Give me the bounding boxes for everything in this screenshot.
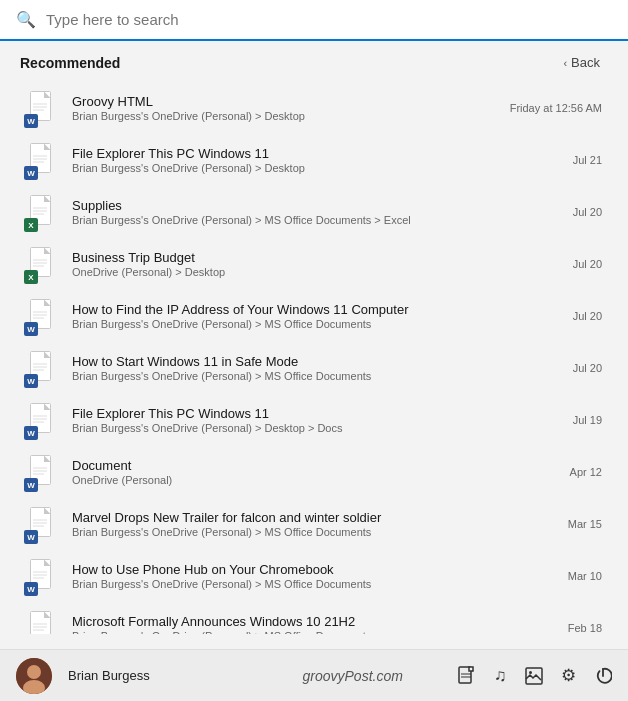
section-title: Recommended <box>20 55 120 71</box>
file-path: OneDrive (Personal) > Desktop <box>72 266 563 278</box>
file-badge: W <box>24 478 38 492</box>
file-badge: W <box>24 582 38 596</box>
file-badge: W <box>24 374 38 388</box>
back-button[interactable]: ‹ Back <box>555 53 608 72</box>
file-info: File Explorer This PC Windows 11 Brian B… <box>72 406 563 434</box>
file-name: How to Find the IP Address of Your Windo… <box>72 302 563 317</box>
list-item[interactable]: X Supplies Brian Burgess's OneDrive (Per… <box>20 186 608 238</box>
file-path: Brian Burgess's OneDrive (Personal) > MS… <box>72 318 563 330</box>
file-type-icon: W <box>26 90 62 126</box>
taskbar-icons: ♫ ⚙ <box>458 665 612 686</box>
file-name: How to Start Windows 11 in Safe Mode <box>72 354 563 369</box>
file-info: How to Use Phone Hub on Your Chromebook … <box>72 562 558 590</box>
file-name: Supplies <box>72 198 563 213</box>
file-date: Jul 19 <box>573 414 602 426</box>
avatar[interactable] <box>16 658 52 694</box>
file-badge: X <box>24 270 38 284</box>
file-path: Brian Burgess's OneDrive (Personal) > De… <box>72 162 563 174</box>
file-info: Microsoft Formally Announces Windows 10 … <box>72 614 558 634</box>
file-date: Jul 20 <box>573 206 602 218</box>
file-info: How to Start Windows 11 in Safe Mode Bri… <box>72 354 563 382</box>
file-name: Groovy HTML <box>72 94 500 109</box>
list-item[interactable]: W Groovy HTML Brian Burgess's OneDrive (… <box>20 82 608 134</box>
file-info: Groovy HTML Brian Burgess's OneDrive (Pe… <box>72 94 500 122</box>
svg-point-52 <box>529 671 532 674</box>
file-badge: X <box>24 218 38 232</box>
file-date: Mar 15 <box>568 518 602 530</box>
file-badge: W <box>24 166 38 180</box>
file-type-icon: W <box>26 402 62 438</box>
file-date: Jul 20 <box>573 362 602 374</box>
music-icon[interactable]: ♫ <box>494 666 507 686</box>
svg-point-45 <box>27 665 41 679</box>
file-type-icon: W <box>26 558 62 594</box>
file-date: Apr 12 <box>570 466 602 478</box>
section-header: Recommended ‹ Back <box>20 53 608 72</box>
list-item[interactable]: W How to Use Phone Hub on Your Chromeboo… <box>20 550 608 602</box>
file-name: Document <box>72 458 560 473</box>
file-type-icon: W <box>26 506 62 542</box>
file-path: OneDrive (Personal) <box>72 474 560 486</box>
file-type-icon: X <box>26 246 62 282</box>
list-item[interactable]: W File Explorer This PC Windows 11 Brian… <box>20 394 608 446</box>
file-info: Marvel Drops New Trailer for falcon and … <box>72 510 558 538</box>
list-item[interactable]: W Microsoft Formally Announces Windows 1… <box>20 602 608 634</box>
file-date: Jul 20 <box>573 310 602 322</box>
file-date: Mar 10 <box>568 570 602 582</box>
file-name: File Explorer This PC Windows 11 <box>72 146 563 161</box>
list-item[interactable]: W Document OneDrive (Personal) Apr 12 <box>20 446 608 498</box>
search-icon: 🔍 <box>16 10 36 29</box>
list-item[interactable]: X Business Trip Budget OneDrive (Persona… <box>20 238 608 290</box>
file-date: Jul 20 <box>573 258 602 270</box>
power-icon[interactable] <box>594 667 612 685</box>
file-name: Marvel Drops New Trailer for falcon and … <box>72 510 558 525</box>
taskbar-user-name: Brian Burgess <box>68 668 247 683</box>
file-icon[interactable] <box>458 666 476 686</box>
file-list: W Groovy HTML Brian Burgess's OneDrive (… <box>20 82 608 634</box>
file-date: Friday at 12:56 AM <box>510 102 602 114</box>
list-item[interactable]: W How to Find the IP Address of Your Win… <box>20 290 608 342</box>
file-path: Brian Burgess's OneDrive (Personal) > De… <box>72 110 500 122</box>
file-path: Brian Burgess's OneDrive (Personal) > MS… <box>72 370 563 382</box>
file-type-icon: X <box>26 194 62 230</box>
image-icon[interactable] <box>525 667 543 685</box>
file-name: Microsoft Formally Announces Windows 10 … <box>72 614 558 629</box>
taskbar: Brian Burgess groovyPost.com ♫ ⚙ <box>0 649 628 701</box>
file-type-icon: W <box>26 350 62 386</box>
file-path: Brian Burgess's OneDrive (Personal) > MS… <box>72 630 558 634</box>
back-chevron-icon: ‹ <box>563 57 567 69</box>
file-info: How to Find the IP Address of Your Windo… <box>72 302 563 330</box>
file-path: Brian Burgess's OneDrive (Personal) > MS… <box>72 578 558 590</box>
file-info: Document OneDrive (Personal) <box>72 458 560 486</box>
list-item[interactable]: W Marvel Drops New Trailer for falcon an… <box>20 498 608 550</box>
file-info: Supplies Brian Burgess's OneDrive (Perso… <box>72 198 563 226</box>
file-type-icon: W <box>26 298 62 334</box>
settings-icon[interactable]: ⚙ <box>561 665 576 686</box>
file-name: How to Use Phone Hub on Your Chromebook <box>72 562 558 577</box>
svg-rect-48 <box>469 667 473 671</box>
back-label: Back <box>571 55 600 70</box>
file-path: Brian Burgess's OneDrive (Personal) > MS… <box>72 526 558 538</box>
file-badge: W <box>24 322 38 336</box>
file-info: Business Trip Budget OneDrive (Personal)… <box>72 250 563 278</box>
list-item[interactable]: W How to Start Windows 11 in Safe Mode B… <box>20 342 608 394</box>
svg-rect-40 <box>31 612 51 635</box>
file-badge: W <box>24 114 38 128</box>
file-name: File Explorer This PC Windows 11 <box>72 406 563 421</box>
file-type-icon: W <box>26 142 62 178</box>
file-badge: W <box>24 426 38 440</box>
list-item[interactable]: W File Explorer This PC Windows 11 Brian… <box>20 134 608 186</box>
search-bar: 🔍 <box>16 10 612 29</box>
file-type-icon: W <box>26 454 62 490</box>
file-name: Business Trip Budget <box>72 250 563 265</box>
file-path: Brian Burgess's OneDrive (Personal) > MS… <box>72 214 563 226</box>
file-type-icon: W <box>26 610 62 634</box>
taskbar-site-name: groovyPost.com <box>263 668 442 684</box>
search-input[interactable] <box>46 11 612 28</box>
search-bar-container: 🔍 <box>0 0 628 41</box>
file-path: Brian Burgess's OneDrive (Personal) > De… <box>72 422 563 434</box>
file-info: File Explorer This PC Windows 11 Brian B… <box>72 146 563 174</box>
file-date: Feb 18 <box>568 622 602 634</box>
file-date: Jul 21 <box>573 154 602 166</box>
file-badge: W <box>24 530 38 544</box>
